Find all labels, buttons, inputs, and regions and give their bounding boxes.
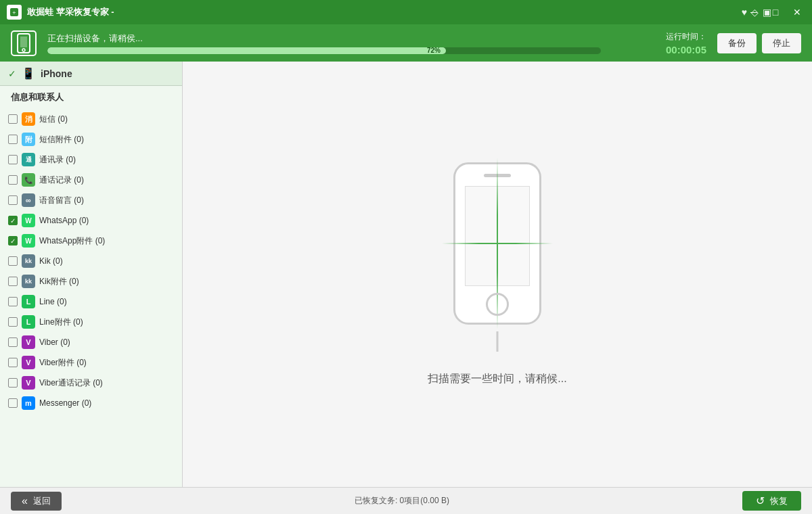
sidebar-item-duanxin[interactable]: 消 短信 (0) bbox=[0, 109, 182, 129]
icon-duanxin-fj: 附 bbox=[22, 133, 35, 146]
scanbar: 正在扫描设备，请稍侯... 72% 运行时间： 00:00:05 备份 停止 bbox=[0, 24, 812, 62]
checkbox-viber-call[interactable] bbox=[8, 378, 18, 388]
label-viber-call: Viber通话记录 (0) bbox=[39, 377, 174, 389]
checkbox-yuyin[interactable] bbox=[8, 195, 18, 205]
icon-kik-fj: kk bbox=[22, 275, 35, 288]
maximize-button[interactable]: □ bbox=[766, 3, 785, 22]
timer-label: 运行时间： bbox=[666, 31, 706, 43]
stop-button[interactable]: 停止 bbox=[762, 33, 801, 53]
label-tongxunlu: 通讯录 (0) bbox=[39, 154, 174, 166]
sidebar-item-line-fj[interactable]: L Line附件 (0) bbox=[0, 312, 182, 332]
checkbox-duanxin[interactable] bbox=[8, 114, 18, 124]
icon-duanxin: 消 bbox=[22, 112, 35, 126]
icon-line-fj: L bbox=[22, 315, 35, 329]
sidebar-item-viber[interactable]: V Viber (0) bbox=[0, 332, 182, 352]
icon-tongxunlu: 通 bbox=[22, 153, 35, 166]
checkbox-line[interactable] bbox=[8, 297, 18, 306]
label-line-fj: Line附件 (0) bbox=[39, 317, 174, 328]
timer-section: 运行时间： 00:00:05 bbox=[612, 31, 706, 55]
sidebar-item-viber-fj[interactable]: V Viber附件 (0) bbox=[0, 352, 182, 373]
svg-rect-3 bbox=[20, 37, 27, 47]
scan-hint: 扫描需要一些时间，请稍候... bbox=[428, 372, 566, 386]
label-duanxin: 短信 (0) bbox=[39, 114, 174, 125]
checkbox-kik-fj[interactable] bbox=[8, 277, 18, 286]
label-messenger: Messenger (0) bbox=[39, 398, 174, 408]
back-arrow-icon: « bbox=[22, 495, 28, 507]
sidebar-item-whatsapp-fj[interactable]: ✓ W WhatsApp附件 (0) bbox=[0, 231, 182, 251]
icon-viber-call: V bbox=[22, 376, 35, 390]
timer-value: 00:00:05 bbox=[666, 44, 706, 55]
device-name: iPhone bbox=[41, 68, 72, 79]
icon-tonghua: 📞 bbox=[22, 173, 35, 187]
svg-point-4 bbox=[22, 49, 25, 51]
label-tonghua: 通话记录 (0) bbox=[39, 174, 174, 186]
sidebar-item-line[interactable]: L Line (0) bbox=[0, 291, 182, 312]
label-whatsapp: WhatsApp (0) bbox=[39, 216, 174, 225]
app-icon: + bbox=[7, 5, 22, 20]
action-buttons: 备份 停止 bbox=[717, 33, 801, 53]
svg-text:+: + bbox=[12, 9, 16, 16]
checkbox-whatsapp-fj[interactable]: ✓ bbox=[8, 236, 18, 246]
icon-yuyin: ∞ bbox=[22, 193, 35, 207]
device-check-icon: ✓ bbox=[8, 68, 16, 79]
bottombar: « 返回 已恢复文务: 0项目(0.00 B) ↺ 恢复 bbox=[0, 487, 812, 514]
label-kik: Kik (0) bbox=[39, 256, 174, 266]
sidebar-item-yuyin[interactable]: ∞ 语音留言 (0) bbox=[0, 190, 182, 210]
sidebar-item-duanxin-fj[interactable]: 附 短信附件 (0) bbox=[0, 129, 182, 149]
checkbox-line-fj[interactable] bbox=[8, 317, 18, 327]
checkbox-tonghua[interactable] bbox=[8, 175, 18, 185]
progress-bar: 72% bbox=[47, 47, 601, 54]
sidebar-item-viber-call[interactable]: V Viber通话记录 (0) bbox=[0, 373, 182, 393]
phone-cable bbox=[497, 331, 499, 352]
items-list: 消 短信 (0) 附 短信附件 (0) 通 通讯录 (0) 📞 通话记录 (0)… bbox=[0, 109, 182, 487]
restore-button[interactable]: ↺ 恢复 bbox=[742, 491, 801, 511]
window-controls: ─ □ ✕ bbox=[744, 0, 807, 24]
restore-label: 恢复 bbox=[770, 495, 788, 507]
sidebar-item-kik[interactable]: kk Kik (0) bbox=[0, 251, 182, 271]
sidebar: ✓ 📱 iPhone 信息和联系人 消 短信 (0) 附 短信附件 (0) 通 … bbox=[0, 62, 183, 487]
phone-illustration bbox=[443, 162, 551, 352]
checkbox-duanxin-fj[interactable] bbox=[8, 135, 18, 144]
checkbox-kik[interactable] bbox=[8, 256, 18, 266]
titlebar: + 敢掘蛙 苹采恢复专家 - ♥ ◇ ▣ ─ □ ✕ bbox=[0, 0, 812, 24]
phone-icon: 📱 bbox=[22, 67, 35, 80]
label-whatsapp-fj: WhatsApp附件 (0) bbox=[39, 235, 174, 247]
content-area: 扫描需要一些时间，请稍候... bbox=[183, 62, 812, 487]
label-duanxin-fj: 短信附件 (0) bbox=[39, 134, 174, 145]
sidebar-item-whatsapp[interactable]: ✓ W WhatsApp (0) bbox=[0, 210, 182, 231]
main-area: ✓ 📱 iPhone 信息和联系人 消 短信 (0) 附 短信附件 (0) 通 … bbox=[0, 62, 812, 487]
icon-messenger: m bbox=[22, 396, 35, 410]
checkbox-whatsapp[interactable]: ✓ bbox=[8, 216, 18, 225]
minimize-button[interactable]: ─ bbox=[744, 3, 763, 22]
progress-fill: 72% bbox=[47, 47, 446, 54]
section-title: 信息和联系人 bbox=[0, 86, 182, 109]
sidebar-item-kik-fj[interactable]: kk Kik附件 (0) bbox=[0, 271, 182, 291]
sidebar-item-tongxunlu[interactable]: 通 通讯录 (0) bbox=[0, 149, 182, 170]
scan-line-vertical bbox=[497, 158, 498, 329]
label-line: Line (0) bbox=[39, 297, 174, 306]
icon-viber: V bbox=[22, 335, 35, 349]
checkbox-tongxunlu[interactable] bbox=[8, 155, 18, 164]
device-row: ✓ 📱 iPhone bbox=[0, 62, 182, 86]
backup-button[interactable]: 备份 bbox=[717, 33, 757, 53]
label-viber-fj: Viber附件 (0) bbox=[39, 357, 174, 369]
label-kik-fj: Kik附件 (0) bbox=[39, 276, 174, 287]
back-button[interactable]: « 返回 bbox=[11, 492, 62, 511]
close-button[interactable]: ✕ bbox=[788, 3, 807, 22]
app-title: 敢掘蛙 苹采恢复专家 - bbox=[27, 6, 114, 18]
sidebar-item-messenger[interactable]: m Messenger (0) bbox=[0, 393, 182, 413]
icon-whatsapp: W bbox=[22, 214, 35, 227]
device-icon bbox=[11, 30, 37, 56]
checkbox-viber-fj[interactable] bbox=[8, 358, 18, 367]
progress-text: 72% bbox=[427, 47, 441, 54]
scan-text: 正在扫描设备，请稍侯... bbox=[47, 32, 601, 45]
label-viber: Viber (0) bbox=[39, 337, 174, 347]
checkbox-messenger[interactable] bbox=[8, 398, 18, 408]
restore-icon: ↺ bbox=[756, 494, 765, 507]
sidebar-item-tonghua[interactable]: 📞 通话记录 (0) bbox=[0, 170, 182, 190]
checkbox-viber[interactable] bbox=[8, 337, 18, 347]
back-label: 返回 bbox=[33, 495, 51, 507]
status-text: 已恢复文务: 0项目(0.00 B) bbox=[355, 495, 449, 507]
icon-whatsapp-fj: W bbox=[22, 234, 35, 248]
icon-line: L bbox=[22, 295, 35, 308]
